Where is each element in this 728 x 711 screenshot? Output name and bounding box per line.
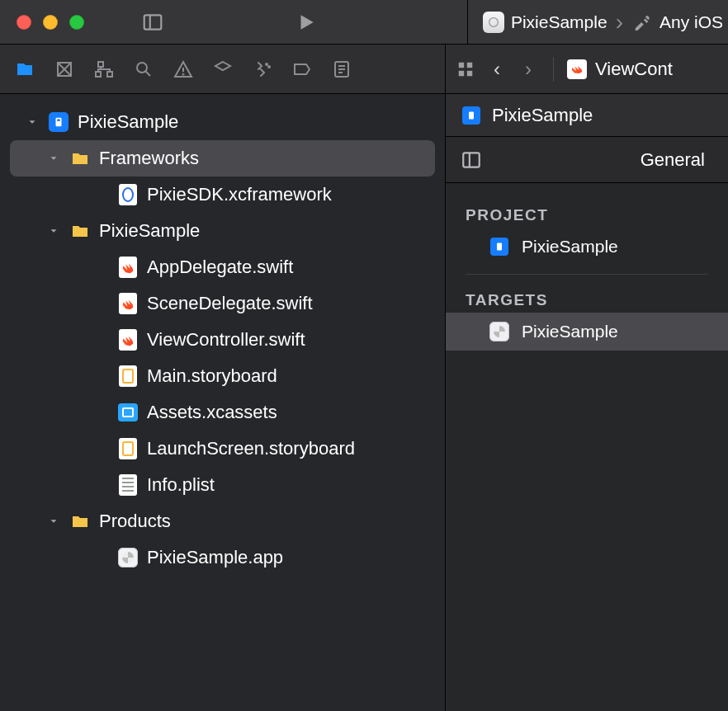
chevron-down-icon[interactable] — [46, 514, 61, 529]
file-label: PixieSDK.xcframework — [147, 184, 332, 205]
svg-rect-25 — [469, 111, 474, 119]
app-product-icon — [117, 547, 139, 568]
storyboard-icon — [117, 365, 139, 387]
file-label: LaunchScreen.storyboard — [147, 438, 355, 459]
file-row[interactable]: Assets.xcassets — [10, 394, 435, 431]
main-split: PixieSample Frameworks PixieSDK.xcframew… — [0, 94, 728, 711]
file-label: AppDelegate.swift — [147, 257, 293, 278]
toggle-target-list-icon[interactable] — [461, 149, 482, 171]
chevron-down-icon[interactable] — [46, 224, 61, 238]
project-icon — [48, 111, 69, 133]
run-button[interactable] — [287, 6, 325, 39]
source-control-navigator-icon[interactable] — [51, 56, 78, 82]
divider — [466, 274, 708, 275]
target-entry[interactable]: PixieSample — [446, 313, 728, 351]
xcframework-icon — [117, 184, 139, 205]
close-window-button[interactable] — [17, 15, 31, 30]
target-entry-label: PixieSample — [522, 322, 618, 341]
frameworks-group-row[interactable]: Frameworks — [10, 140, 435, 177]
file-label: SceneDelegate.swift — [147, 293, 313, 314]
svg-rect-26 — [463, 153, 480, 167]
app-group-label: PixieSample — [99, 220, 200, 242]
folder-icon — [69, 511, 91, 532]
project-icon — [461, 105, 482, 126]
app-group-row[interactable]: PixieSample — [10, 213, 435, 249]
svg-rect-23 — [56, 118, 62, 127]
file-label: Assets.xcassets — [147, 402, 277, 423]
chevron-down-icon[interactable] — [25, 115, 40, 129]
file-label: ViewController.swift — [147, 329, 305, 351]
project-navigator-icon[interactable] — [12, 56, 38, 82]
folder-icon — [69, 220, 91, 242]
report-navigator-icon[interactable] — [329, 56, 355, 82]
window-controls — [0, 15, 84, 30]
svg-point-12 — [183, 73, 184, 74]
scheme-selector[interactable]: PixieSample › Any iOS — [483, 11, 723, 34]
test-navigator-icon[interactable] — [210, 56, 236, 82]
svg-point-14 — [268, 66, 270, 68]
chevron-down-icon[interactable] — [46, 151, 61, 166]
nav-forward-button[interactable]: › — [517, 58, 540, 81]
hammer-icon — [631, 12, 653, 33]
storyboard-icon — [117, 438, 139, 459]
debug-navigator-icon[interactable] — [249, 56, 276, 82]
chevron-right-icon: › — [614, 11, 625, 34]
svg-rect-28 — [497, 243, 502, 251]
minimize-window-button[interactable] — [43, 15, 58, 30]
file-row[interactable]: SceneDelegate.swift — [10, 285, 435, 322]
file-label: Info.plist — [147, 474, 215, 496]
svg-rect-7 — [96, 72, 101, 77]
file-row[interactable]: AppDelegate.swift — [10, 249, 435, 285]
editor-project-name[interactable]: PixieSample — [492, 105, 593, 126]
swift-file-icon — [567, 59, 587, 79]
project-root-row[interactable]: PixieSample — [10, 104, 435, 140]
find-navigator-icon[interactable] — [130, 56, 157, 82]
nav-back-button[interactable]: ‹ — [485, 58, 508, 81]
scheme-destination-label: Any iOS — [659, 12, 723, 32]
xcassets-icon — [117, 402, 139, 423]
svg-point-9 — [137, 63, 147, 73]
stop-button[interactable] — [358, 6, 396, 39]
tab-general[interactable]: General — [641, 149, 705, 171]
editor-area: PixieSample General PROJECT PixieSample … — [446, 94, 728, 711]
file-row[interactable]: PixieSDK.xcframework — [10, 177, 435, 213]
swift-file-icon — [117, 329, 139, 351]
editor-project-header: PixieSample — [446, 94, 728, 137]
toggle-sidebar-button[interactable] — [134, 6, 172, 39]
svg-rect-19 — [459, 62, 464, 67]
file-row[interactable]: LaunchScreen.storyboard — [10, 431, 435, 467]
jump-bar-file[interactable]: ViewCont — [595, 59, 673, 80]
project-entry[interactable]: PixieSample — [446, 228, 728, 266]
svg-rect-24 — [57, 120, 60, 121]
zoom-window-button[interactable] — [69, 15, 84, 30]
symbol-navigator-icon[interactable] — [91, 56, 117, 82]
file-label: PixieSample.app — [147, 547, 283, 568]
related-items-icon[interactable] — [454, 58, 477, 81]
swift-file-icon — [117, 257, 139, 278]
products-group-label: Products — [99, 511, 171, 532]
svg-rect-0 — [144, 15, 162, 29]
target-tabs: General — [446, 137, 728, 183]
project-section-header: PROJECT — [446, 198, 728, 228]
targets-pane: PROJECT PixieSample TARGETS PixieSample — [446, 183, 728, 711]
svg-point-2 — [489, 17, 499, 26]
breakpoint-navigator-icon[interactable] — [289, 56, 315, 82]
svg-rect-22 — [467, 70, 472, 75]
titlebar: PixieSample › Any iOS — [0, 0, 728, 45]
app-target-icon — [489, 321, 510, 342]
swift-file-icon — [117, 293, 139, 314]
file-row[interactable]: Main.storyboard — [10, 358, 435, 394]
products-group-row[interactable]: Products — [10, 503, 435, 539]
file-label: Main.storyboard — [147, 365, 277, 387]
frameworks-group-label: Frameworks — [99, 148, 199, 169]
project-icon — [489, 236, 510, 257]
plist-icon — [117, 474, 139, 496]
targets-section-header: TARGETS — [446, 283, 728, 313]
svg-point-13 — [266, 64, 267, 65]
svg-rect-6 — [98, 62, 103, 67]
file-row[interactable]: ViewController.swift — [10, 322, 435, 358]
file-row[interactable]: Info.plist — [10, 467, 435, 503]
issue-navigator-icon[interactable] — [170, 56, 196, 82]
file-row[interactable]: PixieSample.app — [10, 539, 435, 576]
svg-rect-21 — [459, 70, 464, 75]
